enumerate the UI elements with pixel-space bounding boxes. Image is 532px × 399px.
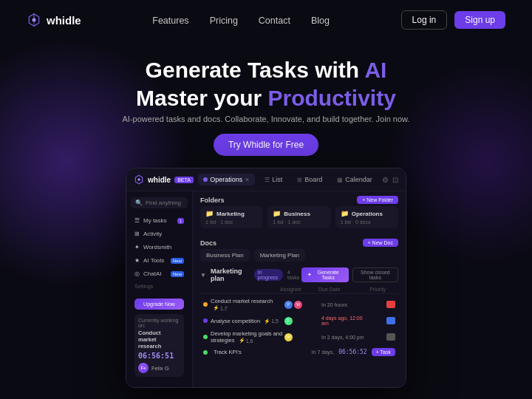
task-color-dot [203,335,208,339]
nav-features[interactable]: Features [152,16,188,26]
svg-point-1 [33,18,36,22]
task-assign: P W [284,301,321,309]
app-body: 🔍 ☰ My tasks 1 ⊞ Activit [126,191,406,387]
task-actions: ✦ Generate Tasks Show closed tasks [301,267,398,282]
folder-card-marketing[interactable]: 📁 Marketing 1 list · 1 doc [200,206,263,228]
avatar-wb: W [294,301,302,309]
sidebar-item-wordsmith[interactable]: ✦ Wordsmith [131,241,188,253]
task-due: In 2 days, 4:00 pm [321,335,371,340]
settings-icon[interactable]: ⚙ [382,176,389,184]
nav-links: Features Pricing Contact Blog [152,13,330,27]
folder-card-operations[interactable]: 📁 Operations 1 list · 0 docs [335,206,398,228]
login-button[interactable]: Log in [401,10,448,30]
app-tabs: Operations ✕ ☰ List ⊞ Board ▦ Calendar [198,174,378,185]
table-row[interactable]: Conduct market research ⚡ 1,7 P W In 20 … [200,296,398,313]
table-row[interactable]: Analyse competition ⚡ 1,5 F 4 days ago, … [200,313,398,328]
task-due-overdue: 4 days ago, 12:00 am [321,316,371,326]
logo: whidle [27,13,81,27]
show-closed-button[interactable]: Show closed tasks [352,267,398,282]
tab-close-icon[interactable]: ✕ [245,177,250,183]
main-content: Folders + New Folder 📁 Marketing 1 list … [193,191,406,387]
cta-button[interactable]: Try Whidle for Free [214,134,318,156]
tab-operations[interactable]: Operations ✕ [198,174,255,185]
th-due: Due Date [318,287,369,292]
sidebar-timer: 06:56:51 [138,352,180,360]
tab-list[interactable]: ☰ List [259,174,287,185]
sidebar-item-mytasks[interactable]: ☰ My tasks 1 [131,214,188,227]
table-row[interactable]: Develop marketing goals and strategies ⚡… [200,328,398,346]
upgrade-button[interactable]: Upgrade Now [134,299,184,310]
doc-marketing-plan[interactable]: Marketing Plan [254,249,305,262]
chatai-new-badge: New [171,271,184,277]
sidebar-item-chatai[interactable]: ◎ ChatAI New [131,267,188,280]
table-row[interactable]: Track KPI's In 7 days, 06:56:52 + Task [200,346,398,358]
th-assign: Assignee [280,287,318,292]
expand-icon[interactable]: ▼ [200,272,206,279]
new-folder-button[interactable]: + New Folder [357,196,398,204]
wordsmith-icon: ✦ [134,244,140,250]
working-on-user: Fe Felix G [138,363,180,373]
add-task-button[interactable]: + Task [372,348,395,356]
signup-button[interactable]: Sign up [454,11,505,29]
nav-blog[interactable]: Blog [311,16,330,26]
settings-label: Settings [131,281,188,290]
priority-icon-blue [386,317,395,324]
mytasks-icon: ☰ [134,217,140,224]
navbar: whidle Features Pricing Contact Blog Log… [0,0,532,40]
nav-buttons: Log in Sign up [401,10,505,30]
task-priority [371,317,395,324]
task-name: Analyse competition ⚡ 1,5 [211,318,284,324]
nav-contact[interactable]: Contact [259,16,290,26]
tab-board[interactable]: ⊞ Board [292,174,327,185]
avatar: Fe [138,363,149,373]
docs-row: Business Plan Marketing Plan [193,249,406,267]
avatar-pb: P [284,301,293,309]
app-logo-badge: BETA [174,177,194,183]
nav-pricing[interactable]: Pricing [210,16,238,26]
task-table-header: Assignee Due Date Priority [200,285,398,294]
doc-business-plan[interactable]: Business Plan [200,249,250,262]
app-window: whidle BETA Operations ✕ ☰ List ⊞ Board … [126,168,406,388]
generate-tasks-button[interactable]: ✦ Generate Tasks [301,267,349,282]
aitools-new-badge: New [171,258,184,264]
calendar-icon: ▦ [337,177,343,183]
working-on-label: Currently working on: [138,318,180,328]
app-logo-icon [134,174,144,185]
chatai-icon: ◎ [134,270,140,277]
task-due-last: In 7 days, [312,349,334,355]
docs-section-header: Docs + New Doc [193,234,406,249]
sidebar-menu: 🔍 ☰ My tasks 1 ⊞ Activit [131,197,188,291]
new-doc-button[interactable]: + New Doc [363,239,398,247]
svg-point-5 [137,178,140,181]
app-logo-text: whidle [148,176,171,184]
folder-icon-business: 📁 [273,210,281,217]
working-on-card: Currently working on: Conduct market res… [134,314,184,377]
task-badge: ⚡ 1,5 [264,318,279,324]
folder-icon-operations: 📁 [341,210,349,217]
task-section-header: ▼ Marketing plan In progress 4 tasks ✦ G… [200,267,398,282]
avatar-fb: F [284,317,293,325]
avatar-wd: W [284,333,293,341]
tab-calendar[interactable]: ▦ Calendar [332,174,378,185]
sidebar-footer: Upgrade Now Currently working on: Conduc… [131,291,188,381]
logo-icon [27,13,41,27]
task-count: 4 tasks [287,270,301,280]
board-icon: ⊞ [297,177,302,183]
sidebar-item-aitools[interactable]: ★ AI Tools New [131,254,188,267]
sidebar-search[interactable]: 🔍 [131,197,188,208]
priority-icon-gray [386,333,395,341]
folder-icon-marketing: 📁 [205,210,214,217]
folder-card-business[interactable]: 📁 Business 1 list · 1 doc [267,206,330,228]
sidebar-full: 🔍 ☰ My tasks 1 ⊞ Activit [131,197,188,381]
search-input[interactable] [146,200,183,206]
task-due: In 20 hours [321,302,371,307]
task-assign: F [284,317,321,325]
app-topbar-icons: ⚙ ⊡ [382,176,398,184]
task-priority [371,333,395,341]
task-section: ▼ Marketing plan In progress 4 tasks ✦ G… [193,267,406,358]
activity-icon: ⊞ [134,231,140,237]
sidebar-item-activity[interactable]: ⊞ Activity [131,228,188,240]
aitools-icon: ★ [134,257,140,264]
maximize-icon[interactable]: ⊡ [392,176,398,184]
folders-section-header: Folders + New Folder [193,191,406,206]
